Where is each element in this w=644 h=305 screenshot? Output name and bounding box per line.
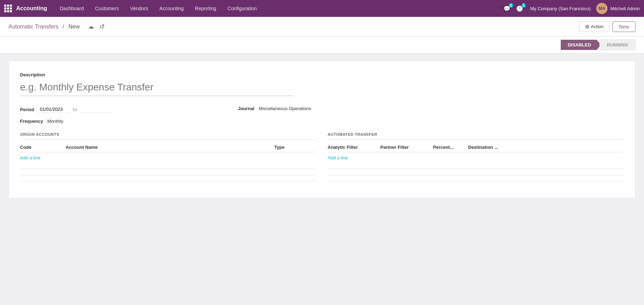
gear-icon [585,24,590,30]
col-header-percent: Percent... [433,145,468,150]
period-label: Period [20,107,34,112]
frequency-label: Frequency [20,119,43,124]
user-name[interactable]: Mitchell Admin [610,6,640,11]
origin-add-line-button[interactable]: Add a line [20,152,40,163]
action-button[interactable]: Action [579,21,610,32]
app-name[interactable]: Accounting [16,5,47,12]
description-input[interactable] [20,79,294,96]
breadcrumb-right: Action New [579,21,636,32]
upload-button[interactable] [87,22,95,31]
messages-button[interactable]: 6 [502,4,512,13]
breadcrumb-bar: Automatic Transfers / New Action New [0,17,644,37]
top-nav: Accounting Dashboard Customers Vendors A… [0,0,644,17]
messages-badge: 6 [509,3,514,8]
automated-transfer-header: Analytic Filter Partner Filter Percent..… [328,142,624,152]
col-header-code: Code [20,145,66,150]
journal-value[interactable]: Miscellaneous Operations [259,106,311,111]
breadcrumb-parent[interactable]: Automatic Transfers [8,24,58,30]
period-journal-row: Period to Journal Miscellaneous Operatio… [20,106,624,113]
journal-label: Journal [238,106,254,111]
breadcrumb-current: New [69,24,80,30]
company-info[interactable]: My Company (San Francisco) [530,6,591,11]
origin-divider-3 [20,181,317,181]
nav-configuration[interactable]: Configuration [222,0,262,17]
refresh-button[interactable] [98,21,106,32]
col-header-type: Type [274,145,317,150]
origin-accounts-header: Code Account Name Type [20,142,317,152]
upload-icon [88,23,94,30]
breadcrumb-actions [87,21,106,32]
origin-divider-2 [20,175,317,175]
description-label: Description [20,72,624,77]
new-button[interactable]: New [612,21,636,32]
period-inputs: to [38,106,111,113]
origin-divider-1 [20,169,317,169]
description-section: Description [20,72,624,96]
nav-customers[interactable]: Customers [90,0,125,17]
transfer-divider-2 [328,175,624,175]
user-avatar[interactable]: MA [596,3,607,14]
nav-reporting[interactable]: Reporting [189,0,222,17]
nav-right: 6 5 My Company (San Francisco) MA Mitche… [502,3,640,14]
activities-button[interactable]: 5 [515,4,525,13]
period-start-input[interactable] [38,106,70,113]
nav-dashboard[interactable]: Dashboard [54,0,90,17]
status-bar: DISABLED RUNNING [0,37,644,53]
form-card: Description Period to Journal Miscellane… [8,61,636,198]
period-field: Period to [20,106,111,113]
refresh-icon [99,23,105,31]
col-header-dest: Destination ... [468,145,624,150]
main-content: Description Period to Journal Miscellane… [0,53,644,205]
app-grid-icon[interactable] [4,5,12,12]
frequency-value[interactable]: Monthly [47,119,64,124]
period-to-text: to [73,107,77,112]
status-running-button[interactable]: RUNNING [599,39,636,50]
automated-transfer-section: AUTOMATED TRANSFER Analytic Filter Partn… [328,132,624,187]
col-header-analytic: Analytic Filter [328,145,380,150]
period-end-input[interactable] [80,106,111,113]
origin-accounts-label: ORIGIN ACCOUNTS [20,132,317,140]
transfer-divider-3 [328,181,624,181]
journal-field: Journal Miscellaneous Operations [238,106,311,111]
transfer-add-line-button[interactable]: Add a line [328,152,348,163]
tables-section: ORIGIN ACCOUNTS Code Account Name Type A… [20,132,624,187]
status-disabled-button[interactable]: DISABLED [561,40,601,50]
col-header-account-name: Account Name [66,145,274,150]
col-header-partner: Partner Filter [380,145,433,150]
transfer-divider-1 [328,169,624,169]
origin-accounts-section: ORIGIN ACCOUNTS Code Account Name Type A… [20,132,317,187]
frequency-field: Frequency Monthly [20,119,63,124]
nav-vendors[interactable]: Vendors [124,0,154,17]
frequency-row: Frequency Monthly [20,119,624,124]
breadcrumb-separator: / [63,24,64,30]
nav-links: Dashboard Customers Vendors Accounting R… [54,0,502,17]
activities-badge: 5 [521,3,526,8]
nav-accounting[interactable]: Accounting [154,0,189,17]
automated-transfer-label: AUTOMATED TRANSFER [328,132,624,140]
